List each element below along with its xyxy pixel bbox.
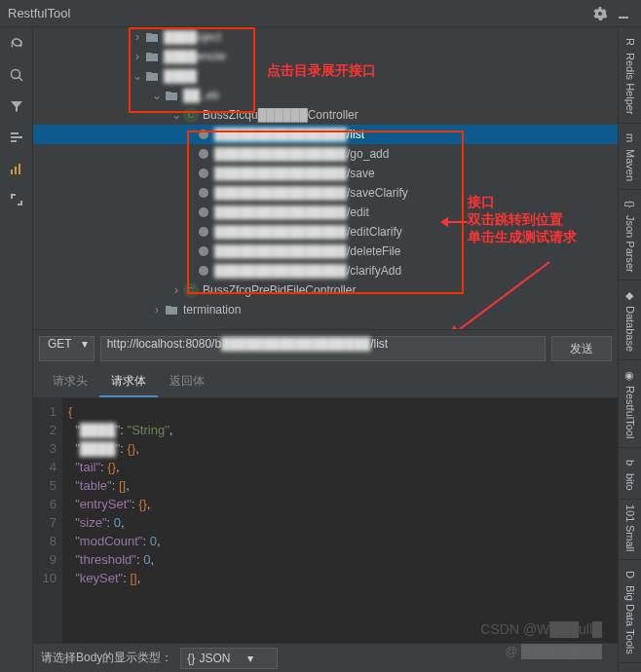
tool-window-tab[interactable]: mMaven [619, 124, 641, 190]
tree-label: ████████████████/clarifyAdd [214, 264, 401, 278]
tree-label: ████enote [164, 50, 226, 63]
tree-item[interactable]: ⌄CBussZfcqu██████Controller [33, 105, 618, 125]
tree-label: ████████████████/deleteFile [214, 244, 400, 258]
body-type-label: 请选择Body的显示类型： [41, 650, 172, 666]
chevron-icon[interactable]: ⌄ [131, 69, 144, 83]
svg-rect-3 [11, 169, 13, 174]
request-row: GET ▾ http://localhost:8080/b███████████… [33, 329, 618, 367]
tool-icon: R [623, 35, 637, 49]
chevron-icon[interactable]: › [131, 50, 144, 63]
tool-icon: D [623, 568, 637, 581]
minimize-icon[interactable] [614, 4, 633, 23]
endpoint-icon [199, 168, 208, 178]
folder-icon [144, 49, 160, 64]
folder-icon [164, 302, 179, 317]
tool-window-tab[interactable]: RRedis Helper [619, 27, 641, 124]
api-tree: ›████oject›████enote⌄████⌄██..eb⌄CBussZf… [33, 27, 618, 329]
endpoint-icon [199, 266, 208, 276]
tree-item[interactable]: ⌄████ [33, 66, 618, 86]
url-input[interactable]: http://localhost:8080/b█████████████████… [100, 336, 546, 361]
tool-window-tab[interactable]: 101Small [619, 500, 641, 561]
tool-window-tab[interactable]: DBig Data Tools [619, 560, 641, 663]
endpoint-item[interactable]: ████████████████/edit [33, 203, 618, 222]
svg-rect-5 [19, 164, 20, 174]
endpoint-item[interactable]: ████████████████/clarifyAdd [33, 261, 618, 280]
chevron-icon[interactable]: › [150, 303, 164, 317]
refresh-icon[interactable] [6, 33, 27, 55]
svg-point-1 [11, 70, 19, 79]
endpoint-icon [199, 188, 208, 198]
send-button[interactable]: 发送 [551, 336, 612, 361]
search-icon[interactable] [6, 64, 27, 86]
endpoint-item[interactable]: ████████████████/list [33, 125, 618, 144]
chart-icon[interactable] [6, 158, 27, 179]
tree-item[interactable]: ›████enote [33, 47, 618, 66]
tree-item[interactable]: ›████oject [33, 27, 618, 47]
endpoint-item[interactable]: ████████████████/save [33, 164, 618, 183]
tree-label: ████████████████/go_add [214, 147, 389, 161]
tree-item[interactable]: ⌄██..eb [33, 86, 618, 105]
folder-icon [144, 68, 160, 84]
endpoint-item[interactable]: ████████████████/go_add [33, 144, 618, 164]
watermark: CSDN @W███ull█ [480, 621, 602, 637]
request-tab[interactable]: 请求头 [41, 367, 99, 397]
class-icon: C [183, 282, 199, 298]
tree-label: ████oject [164, 30, 221, 44]
body-type-select[interactable]: {} JSON ▾ [180, 648, 278, 669]
tree-label: ████████████████/editClarify [214, 225, 402, 239]
tree-label: ██..eb [183, 89, 219, 102]
code-content: { "████": "String", "████": {}, "tail": … [62, 398, 618, 643]
tree-label: BussZfcgPreBidFileController [203, 283, 356, 297]
right-toolbar: RRedis HelpermMaven{}Json Parser◆Databas… [618, 27, 641, 672]
tool-icon: b [623, 456, 637, 469]
tool-icon: 101 [623, 507, 637, 521]
tool-window-tab[interactable]: bbito [619, 448, 641, 500]
request-tabs: 请求头请求体返回体 [33, 367, 618, 398]
plugin-title: RestfulTool [8, 6, 586, 20]
line-gutter: 12345678910 [33, 398, 62, 643]
chevron-icon[interactable]: › [170, 283, 183, 297]
class-icon: C [183, 107, 199, 123]
svg-rect-0 [619, 17, 628, 19]
chevron-icon[interactable]: › [131, 30, 144, 44]
chevron-icon[interactable]: ⌄ [150, 89, 164, 102]
endpoint-item[interactable]: ████████████████/editClarify [33, 222, 618, 242]
left-toolbar [0, 27, 33, 672]
chevron-down-icon: ▾ [247, 652, 253, 665]
tree-label: termination [183, 303, 241, 317]
tree-label: ████ [164, 69, 197, 83]
main-panel: ›████oject›████enote⌄████⌄██..eb⌄CBussZf… [33, 27, 618, 672]
tree-label: ████████████████/list [214, 128, 364, 141]
tree-label: ████████████████/save [214, 167, 375, 180]
tree-label: BussZfcqu██████Controller [203, 108, 358, 122]
settings2-icon[interactable] [6, 127, 27, 148]
watermark: @ █████████ [505, 644, 602, 658]
tool-icon: ◉ [623, 368, 637, 382]
request-tab[interactable]: 返回体 [158, 367, 216, 397]
tool-window-tab[interactable]: ◉RestfulTool [619, 360, 641, 447]
tool-window-tab[interactable]: ◆Database [619, 280, 641, 360]
folder-icon [144, 29, 160, 45]
svg-rect-4 [15, 167, 17, 174]
endpoint-item[interactable]: ████████████████/saveClarify [33, 183, 618, 203]
tree-label: ████████████████/edit [214, 205, 369, 219]
expand-icon[interactable] [6, 189, 27, 210]
body-editor[interactable]: 12345678910 { "████": "String", "████": … [33, 398, 618, 643]
endpoint-icon [199, 207, 208, 217]
endpoint-icon [199, 130, 208, 139]
tree-item[interactable]: ›termination [33, 300, 618, 319]
endpoint-icon [199, 246, 208, 256]
tool-icon: ◆ [623, 288, 637, 302]
settings-icon[interactable] [590, 4, 610, 23]
endpoint-icon [199, 149, 208, 159]
tree-item[interactable]: ›CBussZfcgPreBidFileController [33, 280, 618, 300]
tool-icon: m [623, 131, 637, 145]
tool-icon: {} [623, 198, 637, 211]
json-icon: {} [187, 652, 195, 665]
chevron-icon[interactable]: ⌄ [170, 108, 183, 122]
http-method-select[interactable]: GET ▾ [39, 336, 94, 361]
filter-icon[interactable] [6, 95, 27, 117]
request-tab[interactable]: 请求体 [99, 367, 158, 397]
tool-window-tab[interactable]: {}Json Parser [619, 190, 641, 281]
endpoint-item[interactable]: ████████████████/deleteFile [33, 242, 618, 261]
